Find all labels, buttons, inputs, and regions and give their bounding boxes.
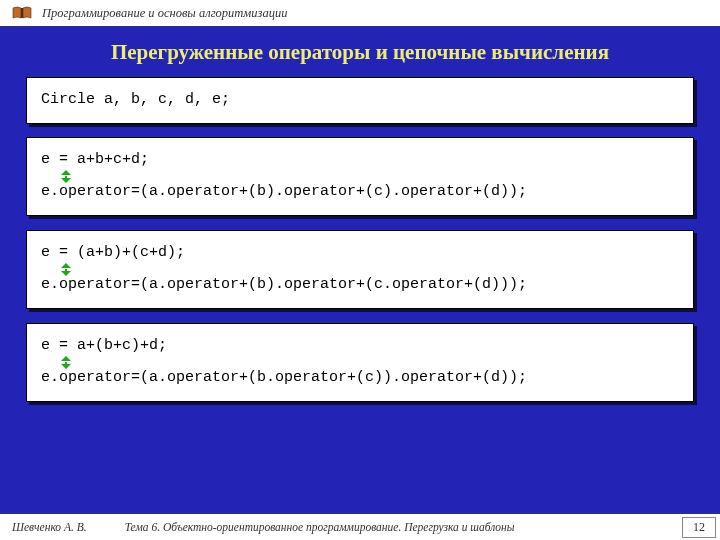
page-number: 12 xyxy=(682,517,716,538)
arrow-row xyxy=(41,168,679,184)
double-arrow-icon xyxy=(59,168,73,184)
footer-topic: Тема 6. Объектно-ориентированное програм… xyxy=(125,521,515,533)
footer-author: Шевченко А. В. xyxy=(12,521,87,533)
code-line: e = a+b+c+d; xyxy=(41,152,679,169)
arrow-row xyxy=(41,261,679,277)
slide: Программирование и основы алгоритмизации… xyxy=(0,0,720,540)
code-line: e.operator=(a.operator+(b).operator+(c.o… xyxy=(41,277,679,294)
double-arrow-icon xyxy=(59,261,73,277)
code-block: Circle a, b, c, d, e; xyxy=(26,77,694,124)
code-block: e = (a+b)+(c+d); e.operator=(a.operator+… xyxy=(26,230,694,309)
slide-body: Перегруженные операторы и цепочные вычис… xyxy=(0,28,720,514)
code-line: e = (a+b)+(c+d); xyxy=(41,245,679,262)
book-icon xyxy=(12,6,32,20)
code-line: e.operator=(a.operator+(b).operator+(c).… xyxy=(41,184,679,201)
code-block: e = a+(b+c)+d; e.operator=(a.operator+(b… xyxy=(26,323,694,402)
slide-title: Перегруженные операторы и цепочные вычис… xyxy=(26,40,694,65)
code-block: e = a+b+c+d; e.operator=(a.operator+(b).… xyxy=(26,137,694,216)
svg-rect-0 xyxy=(21,8,23,18)
arrow-row xyxy=(41,354,679,370)
footer: Шевченко А. В. Тема 6. Объектно-ориентир… xyxy=(0,512,720,540)
header: Программирование и основы алгоритмизации xyxy=(0,0,720,28)
code-line: e.operator=(a.operator+(b.operator+(c)).… xyxy=(41,370,679,387)
course-title: Программирование и основы алгоритмизации xyxy=(42,6,287,21)
double-arrow-icon xyxy=(59,354,73,370)
code-line: e = a+(b+c)+d; xyxy=(41,338,679,355)
code-line: Circle a, b, c, d, e; xyxy=(41,92,679,109)
